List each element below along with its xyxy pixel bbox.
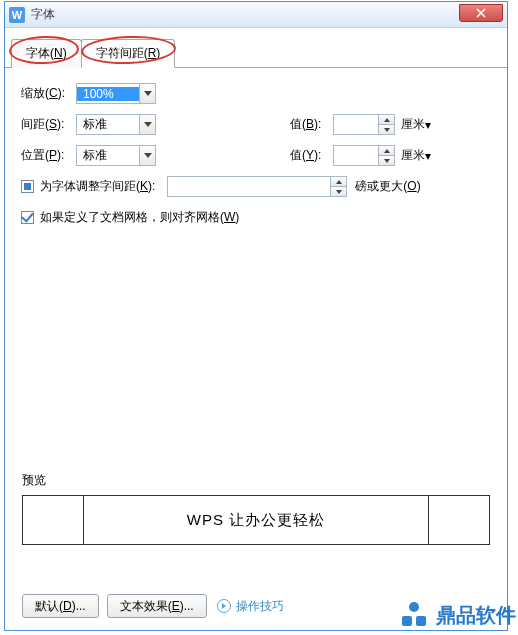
row-spacing: 间距(S): 标准 值(B): 厘米▾ xyxy=(21,113,491,136)
tips-label: 操作技巧 xyxy=(236,598,284,615)
row-kerning: 为字体调整字间距(K): 磅或更大(O) xyxy=(21,175,491,198)
tab-font[interactable]: 字体(N) xyxy=(11,39,82,68)
kerning-checkbox[interactable] xyxy=(21,180,34,193)
scale-value: 100% xyxy=(77,87,139,101)
spinner-buttons[interactable] xyxy=(330,177,346,196)
tab-spacing-label: 字符间距(R) xyxy=(96,46,161,60)
row-grid: 如果定义了文档网格，则对齐网格(W) xyxy=(21,206,491,229)
value-y-label: 值(Y): xyxy=(290,147,328,164)
row-scale: 缩放(C): 100% xyxy=(21,82,491,105)
spinner-buttons[interactable] xyxy=(378,146,394,165)
svg-rect-1 xyxy=(402,616,412,626)
position-label: 位置(P): xyxy=(21,147,76,164)
font-dialog: W 字体 字体(N) 字符间距(R) 缩放(C): 100% 间距(S): xyxy=(4,1,508,631)
chevron-down-icon[interactable] xyxy=(379,125,394,134)
value-y-value xyxy=(334,146,378,165)
brand-watermark: 鼎品软件 xyxy=(398,599,516,631)
value-b-label: 值(B): xyxy=(290,116,328,133)
chevron-up-icon[interactable] xyxy=(331,177,346,187)
app-icon: W xyxy=(9,7,25,23)
scale-label: 缩放(C): xyxy=(21,85,76,102)
unit-cm: 厘米▾ xyxy=(401,116,431,133)
chevron-down-icon[interactable] xyxy=(379,156,394,165)
chevron-down-icon[interactable] xyxy=(139,84,155,103)
value-b-spinner[interactable] xyxy=(333,114,395,135)
tips-link[interactable]: 操作技巧 xyxy=(217,598,284,615)
text-effect-button[interactable]: 文本效果(E)... xyxy=(107,594,207,618)
kerning-label: 为字体调整字间距(K): xyxy=(40,178,155,195)
kerning-spinner[interactable] xyxy=(167,176,347,197)
grid-label: 如果定义了文档网格，则对齐网格(W) xyxy=(40,209,239,226)
svg-point-0 xyxy=(409,602,419,612)
kerning-unit: 磅或更大(O) xyxy=(355,178,420,195)
preview-divider-right xyxy=(428,495,429,545)
preview-box: WPS 让办公更轻松 xyxy=(22,495,490,545)
spacing-dropdown[interactable]: 标准 xyxy=(76,114,156,135)
chevron-up-icon[interactable] xyxy=(379,115,394,125)
unit-cm: 厘米▾ xyxy=(401,147,431,164)
chevron-up-icon[interactable] xyxy=(379,146,394,156)
text-effect-button-label: 文本效果(E)... xyxy=(120,598,194,615)
position-dropdown[interactable]: 标准 xyxy=(76,145,156,166)
spacing-value: 标准 xyxy=(77,116,139,133)
preview-label: 预览 xyxy=(22,472,490,489)
row-position: 位置(P): 标准 值(Y): 厘米▾ xyxy=(21,144,491,167)
chevron-down-icon[interactable] xyxy=(139,146,155,165)
titlebar[interactable]: W 字体 xyxy=(5,2,507,28)
scale-dropdown[interactable]: 100% xyxy=(76,83,156,104)
default-button-label: 默认(D)... xyxy=(35,598,86,615)
brand-name: 鼎品软件 xyxy=(436,602,516,629)
position-value: 标准 xyxy=(77,147,139,164)
window-title: 字体 xyxy=(31,6,55,23)
play-icon xyxy=(217,599,231,613)
spinner-buttons[interactable] xyxy=(378,115,394,134)
value-b-value xyxy=(334,115,378,134)
chevron-down-icon[interactable] xyxy=(139,115,155,134)
tab-bar: 字体(N) 字符间距(R) xyxy=(5,28,507,68)
preview-section: 预览 WPS 让办公更轻松 xyxy=(22,472,490,545)
preview-divider-left xyxy=(83,495,84,545)
svg-rect-2 xyxy=(416,616,426,626)
grid-checkbox[interactable] xyxy=(21,211,34,224)
tab-font-label: 字体(N) xyxy=(26,46,67,60)
close-icon xyxy=(476,8,486,18)
value-y-spinner[interactable] xyxy=(333,145,395,166)
close-button[interactable] xyxy=(459,4,503,22)
brand-logo-icon xyxy=(398,599,430,631)
preview-text: WPS 让办公更轻松 xyxy=(187,511,325,530)
chevron-down-icon[interactable] xyxy=(331,187,346,196)
default-button[interactable]: 默认(D)... xyxy=(22,594,99,618)
tab-char-spacing[interactable]: 字符间距(R) xyxy=(81,39,176,68)
kerning-value xyxy=(168,177,330,196)
spacing-label: 间距(S): xyxy=(21,116,76,133)
form-area: 缩放(C): 100% 间距(S): 标准 值(B): xyxy=(5,68,507,247)
